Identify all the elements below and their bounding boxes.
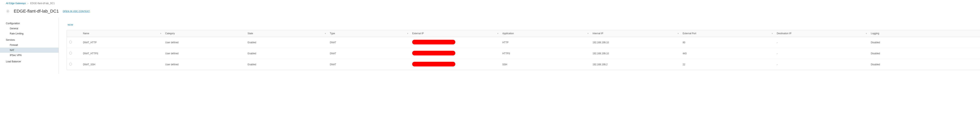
filter-icon[interactable]: ▾ — [160, 32, 161, 35]
col-type[interactable]: Type▾ — [328, 30, 410, 37]
redacted-pill — [412, 62, 455, 66]
cell-logging: Disabled — [869, 48, 980, 59]
cell-type: DNAT — [328, 37, 410, 48]
col-destination-ip[interactable]: Destination IP▾ — [775, 30, 869, 37]
sidebar-item-rate-limiting[interactable]: Rate Limiting — [0, 31, 59, 36]
redacted-pill — [412, 40, 455, 44]
cell-select[interactable] — [67, 59, 81, 70]
cell-external-ip — [410, 48, 500, 59]
svg-point-0 — [8, 11, 8, 12]
cell-application: SSH — [500, 59, 590, 70]
cell-destination-ip: - — [775, 59, 869, 70]
cell-name: DNAT_HTTPS — [81, 48, 163, 59]
title-row: EDGE-flant-df-lab_DC1 OPEN IN VDC CONTEX… — [0, 7, 980, 18]
col-external-port[interactable]: External Port▾ — [680, 30, 775, 37]
cell-type: DNAT — [328, 59, 410, 70]
breadcrumb: All Edge Gateways › EDGE-flant-df-lab_DC… — [0, 0, 980, 7]
cell-name: DNAT_HTTP — [81, 37, 163, 48]
cell-destination-ip: - — [775, 48, 869, 59]
col-category[interactable]: Category — [163, 30, 245, 37]
open-in-vdc-link[interactable]: OPEN IN VDC CONTEXT — [63, 10, 90, 12]
sidebar-heading-services: Services — [0, 36, 59, 42]
breadcrumb-separator: › — [28, 2, 29, 5]
col-select — [67, 30, 81, 37]
page-title: EDGE-flant-df-lab_DC1 — [14, 9, 59, 14]
sidebar-heading-configuration: Configuration — [0, 20, 59, 26]
cell-external-port: 443 — [680, 48, 775, 59]
radio-icon[interactable] — [69, 63, 72, 66]
cell-name: DNAT_SSH — [81, 59, 163, 70]
cell-external-port: 22 — [680, 59, 775, 70]
cell-category: User defined — [163, 59, 245, 70]
content: Configuration General Rate Limiting Serv… — [0, 18, 980, 74]
sidebar-item-nat[interactable]: NAT — [0, 48, 59, 53]
cell-internal-ip: 192.168.199.10 — [590, 37, 680, 48]
filter-icon[interactable]: ▾ — [407, 32, 408, 35]
filter-icon[interactable]: ▾ — [866, 32, 867, 35]
cell-application: HTTPS — [500, 48, 590, 59]
sidebar-heading-load-balancer: Load Balancer — [0, 58, 59, 64]
col-logging[interactable]: Logging▾ — [869, 30, 980, 37]
filter-icon[interactable]: ▾ — [497, 32, 498, 35]
filter-icon[interactable]: ▾ — [772, 32, 773, 35]
filter-icon[interactable]: ▾ — [587, 32, 589, 35]
table-header-row: Name▾ Category State▾ Type▾ External IP▾… — [67, 30, 980, 37]
cell-external-port: 80 — [680, 37, 775, 48]
col-state[interactable]: State▾ — [245, 30, 328, 37]
cell-category: User defined — [163, 37, 245, 48]
filter-icon[interactable]: ▾ — [325, 32, 326, 35]
main: NEW Name▾ Category State▾ Type▾ — [59, 18, 980, 74]
sidebar-item-ipsec-vpn[interactable]: IPSec VPN — [0, 53, 59, 58]
filter-icon[interactable]: ▾ — [678, 32, 679, 35]
cell-external-ip — [410, 37, 500, 48]
breadcrumb-root-link[interactable]: All Edge Gateways — [6, 2, 25, 5]
cell-state: Enabled — [245, 59, 328, 70]
col-name[interactable]: Name▾ — [81, 30, 163, 37]
table-row[interactable]: DNAT_HTTPUser definedEnabledDNATHTTP192.… — [67, 37, 980, 48]
edge-gateway-icon — [6, 9, 10, 13]
new-button[interactable]: NEW — [67, 22, 74, 28]
radio-icon[interactable] — [69, 52, 72, 55]
cell-external-ip — [410, 59, 500, 70]
cell-logging: Disabled — [869, 37, 980, 48]
cell-destination-ip: - — [775, 37, 869, 48]
cell-logging: Disabled — [869, 59, 980, 70]
table-row[interactable]: DNAT_SSHUser definedEnabledDNATSSH192.16… — [67, 59, 980, 70]
col-internal-ip[interactable]: Internal IP▾ — [590, 30, 680, 37]
redacted-pill — [412, 51, 455, 55]
sidebar-item-general[interactable]: General — [0, 26, 59, 31]
cell-internal-ip: 192.168.199.2 — [590, 59, 680, 70]
cell-state: Enabled — [245, 48, 328, 59]
cell-category: User defined — [163, 48, 245, 59]
page: All Edge Gateways › EDGE-flant-df-lab_DC… — [0, 0, 980, 140]
table-row[interactable]: DNAT_HTTPSUser definedEnabledDNATHTTPS19… — [67, 48, 980, 59]
col-application[interactable]: Application▾ — [500, 30, 590, 37]
sidebar: Configuration General Rate Limiting Serv… — [0, 18, 59, 74]
cell-select[interactable] — [67, 37, 81, 48]
cell-application: HTTP — [500, 37, 590, 48]
cell-type: DNAT — [328, 48, 410, 59]
breadcrumb-current: EDGE-flant-df-lab_DC1 — [30, 2, 55, 5]
radio-icon[interactable] — [69, 41, 72, 43]
col-external-ip[interactable]: External IP▾ — [410, 30, 500, 37]
cell-state: Enabled — [245, 37, 328, 48]
sidebar-item-firewall[interactable]: Firewall — [0, 42, 59, 48]
nat-rules-table: Name▾ Category State▾ Type▾ External IP▾… — [67, 30, 980, 70]
cell-select[interactable] — [67, 48, 81, 59]
cell-internal-ip: 192.168.199.10 — [590, 48, 680, 59]
